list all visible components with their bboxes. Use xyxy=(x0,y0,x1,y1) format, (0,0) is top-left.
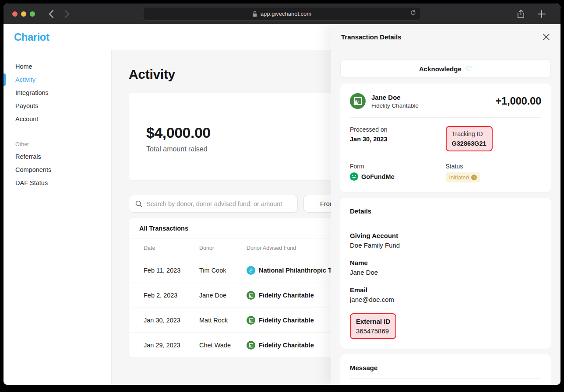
close-icon[interactable] xyxy=(543,33,550,41)
browser-chrome: app.givechariot.com xyxy=(4,4,560,24)
tracking-id-field: Tracking ID G32863G21 xyxy=(446,126,542,151)
external-id-highlight: External ID 365475869 xyxy=(350,313,396,339)
npt-icon xyxy=(247,266,255,275)
sidebar-item-components[interactable]: Components xyxy=(4,163,111,176)
browser-window: app.givechariot.com Chariot Home Activit… xyxy=(4,4,560,385)
url-text: app.givechariot.com xyxy=(261,10,311,17)
sidebar-section-other: Other xyxy=(4,139,111,150)
email-field: Email jane@doe.com xyxy=(350,286,541,303)
sidebar-item-account[interactable]: Account xyxy=(4,112,111,126)
search-icon xyxy=(135,200,142,207)
new-tab-icon[interactable] xyxy=(538,10,546,18)
sidebar: Home Activity Integrations Payouts Accou… xyxy=(4,50,112,385)
column-header-date: Date xyxy=(129,245,199,251)
gofundme-icon xyxy=(350,172,358,181)
txn-fund-name: Fidelity Charitable xyxy=(371,102,419,109)
column-header-donor: Donor xyxy=(199,245,247,251)
external-id-field: External ID 365475869 xyxy=(350,313,541,339)
share-icon[interactable] xyxy=(517,10,525,18)
clock-icon xyxy=(471,175,477,180)
fidelity-icon xyxy=(247,316,255,325)
message-title: Message xyxy=(350,364,541,371)
sidebar-item-referrals[interactable]: Referrals xyxy=(4,150,111,163)
sidebar-item-daf-status[interactable]: DAF Status xyxy=(4,176,111,189)
fidelity-icon xyxy=(247,341,255,350)
form-field: Form GoFundMe xyxy=(350,163,446,182)
txn-donor-name: Jane Doe xyxy=(371,94,419,101)
address-bar[interactable]: app.givechariot.com xyxy=(143,7,421,21)
minimize-window-button[interactable] xyxy=(21,11,26,17)
traffic-lights xyxy=(12,11,35,17)
processed-on-field: Processed on Jan 30, 2023 xyxy=(350,126,446,151)
sidebar-item-home[interactable]: Home xyxy=(4,60,111,73)
forward-icon[interactable] xyxy=(64,10,70,18)
sidebar-item-integrations[interactable]: Integrations xyxy=(4,86,111,99)
txn-amount: +1,000.00 xyxy=(495,95,541,107)
back-icon[interactable] xyxy=(48,10,54,18)
fidelity-icon xyxy=(350,93,366,109)
details-title: Details xyxy=(350,207,541,215)
tracking-id-highlight: Tracking ID G32863G21 xyxy=(446,126,493,151)
giving-account-field: Giving Account Doe Family Fund xyxy=(350,232,541,249)
heart-icon: ♡ xyxy=(465,64,472,74)
search-box[interactable] xyxy=(129,195,298,213)
fidelity-icon xyxy=(247,291,255,300)
name-field: Name Jane Doe xyxy=(350,259,541,276)
panel-title: Transaction Details xyxy=(341,33,402,41)
zoom-window-button[interactable] xyxy=(30,11,35,17)
status-field: Status Initiated xyxy=(446,163,542,182)
chariot-logo[interactable]: Chariot xyxy=(14,31,49,43)
lock-icon xyxy=(253,11,257,17)
transaction-summary-card: Jane Doe Fidelity Charitable +1,000.00 P… xyxy=(340,84,551,192)
sidebar-item-payouts[interactable]: Payouts xyxy=(4,99,111,112)
sidebar-item-activity[interactable]: Activity xyxy=(4,73,111,86)
transaction-details-panel: Transaction Details Acknowledge ♡ xyxy=(331,24,560,385)
search-input[interactable] xyxy=(146,200,291,207)
details-card: Details Giving Account Doe Family Fund N… xyxy=(340,198,551,349)
reload-icon[interactable] xyxy=(410,10,416,16)
close-window-button[interactable] xyxy=(12,11,18,17)
message-card: Message xyxy=(340,354,551,385)
acknowledge-button[interactable]: Acknowledge ♡ xyxy=(340,60,551,78)
status-badge: Initiated xyxy=(446,172,481,182)
